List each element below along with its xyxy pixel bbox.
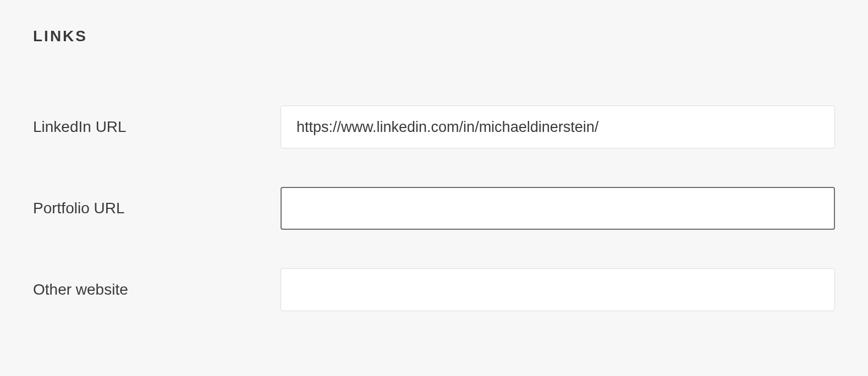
portfolio-url-input[interactable] [281,187,835,230]
form-row-portfolio: Portfolio URL [33,187,835,230]
linkedin-url-label: LinkedIn URL [33,118,281,136]
other-website-label: Other website [33,281,281,298]
form-row-linkedin: LinkedIn URL [33,106,835,148]
linkedin-url-input[interactable] [281,106,835,148]
section-title-links: LINKS [33,27,835,45]
form-row-other-website: Other website [33,268,835,311]
other-website-input[interactable] [281,268,835,311]
portfolio-url-label: Portfolio URL [33,200,281,217]
